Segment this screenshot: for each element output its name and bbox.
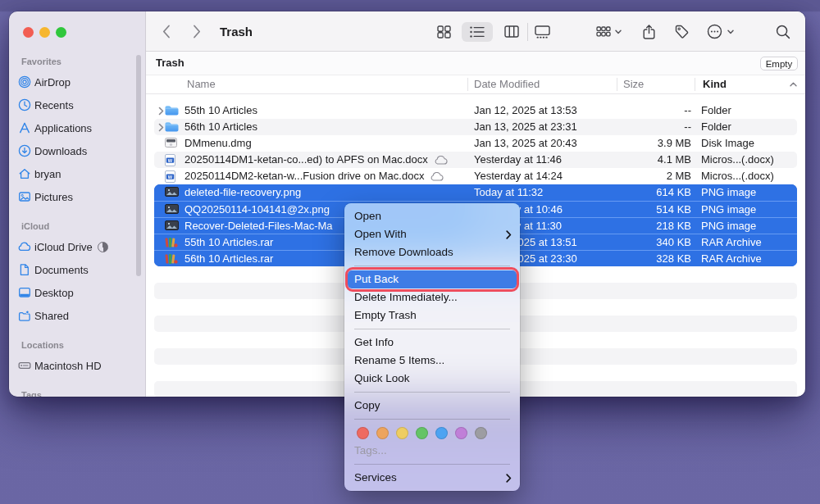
file-name: DMmenu.dmg: [184, 135, 252, 152]
menu-item-delete-immediately[interactable]: Delete Immediately...: [344, 288, 520, 306]
back-button[interactable]: [162, 11, 171, 52]
svg-text:W: W: [168, 175, 173, 179]
file-name: deleted-file-recovery.png: [184, 184, 301, 201]
sidebar-item-pictures[interactable]: Pictures: [9, 185, 145, 208]
menu-separator: [354, 266, 510, 266]
file-kind: RAR Archive: [701, 234, 795, 250]
menu-item-remove-downloads[interactable]: Remove Downloads: [344, 243, 520, 261]
png-file-icon: [165, 220, 179, 230]
column-header-kind[interactable]: Kind: [703, 75, 727, 93]
sidebar-item-desktop[interactable]: Desktop: [9, 281, 145, 304]
menu-item-put-back[interactable]: Put Back: [348, 270, 517, 288]
menu-separator: [354, 419, 510, 420]
menu-item-label: Quick Look: [354, 372, 410, 384]
empty-trash-button[interactable]: Empty: [760, 57, 798, 70]
downloads-icon: [17, 144, 31, 158]
minimize-button[interactable]: [39, 27, 50, 38]
png-file-icon: [165, 187, 179, 197]
column-divider[interactable]: [467, 78, 468, 91]
menu-item-empty-trash[interactable]: Empty Trash: [344, 306, 520, 325]
menu-item-label: Copy: [354, 399, 380, 411]
icon-view-button[interactable]: [437, 11, 451, 52]
tag-color-dot[interactable]: [376, 427, 389, 439]
sidebar-item-documents[interactable]: Documents: [9, 258, 145, 281]
sidebar-item-label: Desktop: [34, 287, 74, 299]
more-options-chevron-icon[interactable]: [727, 11, 734, 52]
sidebar-scrollbar[interactable]: [136, 55, 141, 276]
file-row[interactable]: deleted-file-recovery.pngToday at 11:326…: [154, 184, 797, 201]
group-button[interactable]: [596, 11, 611, 52]
sidebar-item-label: bryan: [34, 168, 61, 180]
tag-color-row: [344, 424, 520, 442]
sidebar-item-applications[interactable]: Applications: [9, 116, 145, 139]
column-view-button[interactable]: [504, 11, 519, 52]
sidebar-item-macintosh-hd[interactable]: Macintosh HD: [9, 354, 145, 377]
gallery-view-button[interactable]: [535, 11, 550, 52]
tag-color-dot[interactable]: [357, 427, 369, 439]
sidebar-item-bryan[interactable]: bryan: [9, 162, 145, 185]
menu-item-copy[interactable]: Copy: [344, 397, 520, 415]
folder-file-icon: [165, 105, 179, 116]
file-kind: PNG image: [701, 218, 795, 234]
menu-item-get-info[interactable]: Get Info: [344, 334, 520, 352]
file-row[interactable]: 55th 10 ArticlesJan 12, 2025 at 13:53--F…: [154, 102, 797, 119]
column-divider[interactable]: [695, 78, 695, 91]
tag-button[interactable]: [675, 11, 689, 52]
forward-button[interactable]: [193, 11, 201, 52]
column-divider[interactable]: [617, 78, 617, 91]
more-options-button[interactable]: [707, 11, 722, 52]
pictures-icon: [17, 190, 31, 204]
share-button[interactable]: [643, 11, 655, 52]
file-name: 20250114DM1-ketan-co...ed) to APFS on Ma…: [184, 152, 428, 168]
file-size: 614 KB: [548, 184, 691, 201]
menu-item-quick-look[interactable]: Quick Look: [344, 370, 520, 388]
file-row[interactable]: DMmenu.dmgJan 13, 2025 at 20:433.9 MBDis…: [154, 135, 797, 152]
file-kind: Disk Image: [701, 135, 795, 152]
file-size: --: [548, 102, 691, 119]
search-button[interactable]: [776, 11, 790, 52]
file-row[interactable]: W20250114DM1-ketan-co...ed) to APFS on M…: [154, 152, 797, 168]
sidebar-item-label: iCloud Drive: [34, 241, 93, 253]
menu-item-open-with[interactable]: Open With: [344, 225, 520, 243]
sidebar-item-shared[interactable]: Shared: [9, 304, 145, 327]
disclosure-chevron-icon[interactable]: [158, 107, 164, 116]
disclosure-chevron-icon[interactable]: [158, 123, 164, 132]
tag-color-dot[interactable]: [435, 427, 448, 439]
column-headers: Name Date Modified Size Kind: [146, 75, 805, 94]
sidebar-item-airdrop[interactable]: AirDrop: [9, 70, 145, 93]
file-size: 3.9 MB: [548, 135, 691, 152]
tag-color-dot[interactable]: [455, 427, 467, 439]
docx-file-icon: W: [165, 170, 175, 183]
menu-item-rename-5-items[interactable]: Rename 5 Items...: [344, 352, 520, 370]
tag-color-dot[interactable]: [416, 427, 428, 439]
icloud-download-icon[interactable]: [430, 172, 444, 181]
menu-item-services[interactable]: Services: [344, 469, 520, 487]
sidebar-item-downloads[interactable]: Downloads: [9, 139, 145, 162]
menu-item-open[interactable]: Open: [344, 207, 520, 225]
file-row[interactable]: W20250114DM2-ketan-w...Fusion drive on M…: [154, 168, 797, 184]
png-file-icon: [165, 204, 179, 214]
zoom-button[interactable]: [56, 27, 66, 38]
icloud-download-icon[interactable]: [434, 156, 448, 165]
file-row[interactable]: 56th 10 ArticlesJan 13, 2025 at 23:31--F…: [154, 119, 797, 135]
menu-separator: [354, 464, 510, 465]
file-size: 218 KB: [548, 218, 691, 234]
menu-item-tags[interactable]: Tags...: [344, 442, 520, 460]
close-button[interactable]: [23, 27, 34, 38]
column-header-size[interactable]: Size: [623, 75, 644, 93]
tag-color-dot[interactable]: [475, 427, 487, 439]
column-header-name[interactable]: Name: [187, 75, 216, 93]
sidebar-item-recents[interactable]: Recents: [9, 93, 145, 116]
tag-color-dot[interactable]: [396, 427, 408, 439]
list-view-button[interactable]: [470, 11, 485, 52]
sidebar-item-icloud-drive[interactable]: iCloud Drive: [9, 235, 145, 258]
group-chevron-icon[interactable]: [615, 11, 622, 52]
column-header-date-modified[interactable]: Date Modified: [474, 75, 540, 93]
sidebar-item-label: AirDrop: [34, 76, 71, 89]
toolbar-divider: [527, 11, 528, 52]
sidebar-item-label: Shared: [34, 310, 69, 322]
shared-folder-icon: [17, 309, 31, 323]
menu-item-label: Open: [354, 210, 381, 222]
sidebar-section-label: Favorites: [9, 56, 145, 67]
menu-item-label: Rename 5 Items...: [354, 354, 444, 366]
